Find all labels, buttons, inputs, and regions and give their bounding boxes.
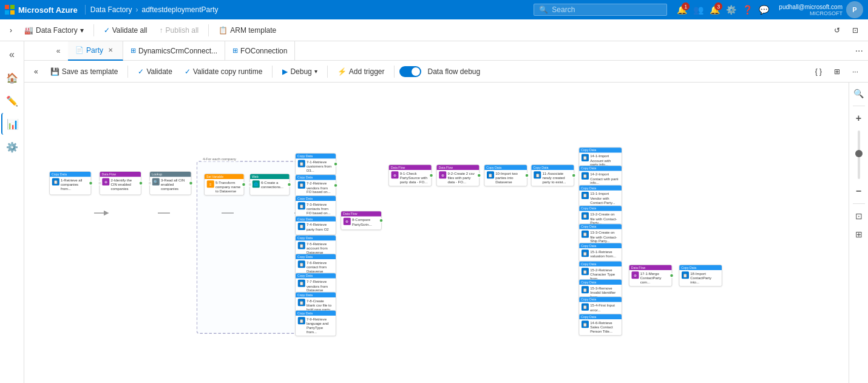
node-copy-7-6[interactable]: Copy Data 📋 7-6-Retrieve contact from Da… bbox=[295, 254, 336, 276]
canvas-inner: Copy Data 📋 1-Retrieve all companies fro… bbox=[24, 83, 849, 383]
node-icon: 📋 bbox=[581, 303, 589, 311]
collapse-panel-btn[interactable]: « bbox=[29, 65, 43, 78]
node-retrieve-companies[interactable]: Copy Data 📋 1-Retrieve all companies fro… bbox=[49, 171, 91, 195]
node-transform[interactable]: Set Variable ≡ 5-Transform company name … bbox=[204, 174, 244, 195]
node-check-party[interactable]: Data Flow ⊕ 9-1-Check PartySource with p… bbox=[388, 164, 432, 186]
breadcrumb-datafactory[interactable]: Data Factory bbox=[90, 5, 132, 14]
zoom-in-btn[interactable]: + bbox=[850, 110, 867, 127]
sidebar-home[interactable]: 🏠 bbox=[1, 67, 23, 89]
node-icon: 📋 bbox=[581, 212, 589, 220]
code-btn[interactable]: { } bbox=[810, 65, 827, 78]
debug-btn[interactable]: ▶ Debug ▾ bbox=[277, 65, 322, 78]
zoom-slider[interactable] bbox=[858, 130, 860, 179]
node-create-csv[interactable]: Data Flow ⊕ 9-2-Create 2 csv files with … bbox=[436, 164, 480, 186]
pipeline-canvas[interactable]: Copy Data 📋 1-Retrieve all companies fro… bbox=[24, 83, 849, 383]
node-create-conn[interactable]: Web 🌐 6-Create a connections... bbox=[249, 174, 290, 195]
sidebar-toggle[interactable]: « bbox=[1, 44, 23, 66]
node-icon: ⊕ bbox=[102, 178, 109, 186]
debug-dropdown[interactable]: ▾ bbox=[314, 68, 317, 75]
node-imp-vendor1[interactable]: Copy Data 📋 13-1-Import Vendor with Cont… bbox=[579, 185, 622, 207]
tab-party[interactable]: 📄 Party ✕ bbox=[68, 41, 123, 61]
breadcrumb-pipeline[interactable]: adftestdeploymentParty bbox=[141, 5, 218, 14]
dataflow-debug-toggle[interactable] bbox=[399, 66, 421, 77]
user-menu[interactable]: pudhall@microsoft.com MICROSOFT P bbox=[779, 1, 863, 18]
node-icon: 📋 bbox=[298, 223, 305, 230]
node-copy-7-9[interactable]: Copy Data 📋 7-9-Retrieve language and Pa… bbox=[295, 310, 336, 336]
node-label: 6-Create a connections... bbox=[261, 180, 287, 189]
node-import-parties[interactable]: Copy Data 📋 10-Import two parties into D… bbox=[484, 164, 527, 186]
node-associate-party[interactable]: Copy Data 📋 11-Associate newly created p… bbox=[531, 164, 574, 186]
node-import-contact[interactable]: Copy Data 📋 14-2-Import Contact with par… bbox=[579, 166, 622, 188]
sidebar-author[interactable]: ✏️ bbox=[1, 90, 23, 112]
pipeline-more-btn[interactable]: ··· bbox=[847, 65, 863, 78]
node-merge[interactable]: Data Flow ⊕ 17-1-Merge ContactParty com.… bbox=[629, 265, 672, 286]
toolbar-datafactory-btn[interactable]: 🏭 Data Factory ▾ bbox=[19, 24, 89, 37]
user-avatar[interactable]: P bbox=[846, 1, 863, 18]
params-btn[interactable]: ⊞ bbox=[829, 65, 845, 78]
tab-party-close[interactable]: ✕ bbox=[106, 46, 115, 55]
toolbar-collapse-btn[interactable]: › bbox=[5, 24, 17, 37]
validate-btn[interactable]: ✓ Validate bbox=[133, 65, 177, 78]
tab-expand-btn[interactable]: « bbox=[49, 41, 68, 61]
node-label: 7-1-Retrieve customers from D3... bbox=[307, 160, 333, 174]
node-copy-7-4[interactable]: Copy Data 📋 7-4-Retrieve party from O2 bbox=[295, 216, 336, 236]
toolbar-sep-1 bbox=[93, 24, 94, 36]
help-icon[interactable]: ❓ bbox=[742, 5, 753, 15]
publish-all-btn[interactable]: ↑ Publish all bbox=[155, 24, 204, 37]
svg-rect-3 bbox=[10, 10, 15, 15]
tab-dynamics[interactable]: ⊞ DynamicsCrmConnect... bbox=[123, 41, 225, 61]
node-sales-contact[interactable]: Copy Data 📋 14-6-Retrieve Sales Contact … bbox=[579, 314, 622, 336]
tab-more-btn[interactable]: ··· bbox=[850, 46, 868, 56]
node-copy-7-7[interactable]: Copy Data 📋 7-7-Retrieve vendors from Da… bbox=[295, 273, 336, 295]
chevron-icon: › bbox=[10, 26, 12, 35]
node-copy-7-3[interactable]: Copy Data 📋 7-3-Retrieve contacts from F… bbox=[295, 195, 336, 217]
sidebar-manage[interactable]: ⚙️ bbox=[1, 136, 23, 158]
search-box[interactable]: 🔍 bbox=[534, 4, 667, 16]
node-icon: 📋 bbox=[298, 280, 305, 287]
node-header: Data Flow bbox=[100, 172, 141, 177]
node-retrieve-val[interactable]: Copy Data 📋 15-1-Retrieve valuation from… bbox=[579, 243, 622, 262]
node-identify-cin[interactable]: Data Flow ⊕ 2-Identify the CIN enabled c… bbox=[100, 171, 141, 195]
node-compare[interactable]: Data Flow ⊕ 8-Compare PartyScrin... bbox=[341, 211, 382, 231]
save-template-btn[interactable]: 💾 Save as template bbox=[46, 65, 123, 78]
more-btn[interactable]: ⊡ bbox=[847, 24, 863, 37]
connector-left bbox=[147, 181, 152, 186]
node-icon: 📋 bbox=[581, 154, 589, 161]
node-body: 📋 13-1-Import Vendor with Contact-Party.… bbox=[579, 191, 622, 206]
node-icon: 📋 bbox=[487, 171, 494, 178]
node-first-input[interactable]: Copy Data 📋 15-4-First Input error... bbox=[579, 297, 622, 316]
arm-template-btn[interactable]: 📋 ARM template bbox=[214, 24, 281, 37]
fit-view-btn[interactable]: ⊡ bbox=[850, 208, 867, 225]
validate-copy-icon: ✓ bbox=[185, 67, 191, 76]
node-lookup[interactable]: Lookup 🔍 3-Read all CIN enabled companie… bbox=[149, 171, 191, 195]
node-label: 7-2-Retrieve vendors from FO based on... bbox=[307, 181, 333, 195]
node-copy-7-2[interactable]: Copy Data 📋 7-2-Retrieve vendors from FO… bbox=[295, 175, 336, 197]
node-copy-7-1[interactable]: Copy Data 📋 7-1-Retrieve customers from … bbox=[295, 153, 336, 175]
people-icon[interactable]: 👥 bbox=[693, 5, 704, 15]
tab-foconnection[interactable]: ⊞ FOConnection bbox=[225, 41, 295, 61]
connector-right bbox=[572, 173, 577, 178]
node-body: 📋 7-9-Retrieve language and PartyType fr… bbox=[296, 316, 336, 336]
refresh-btn[interactable]: ↺ bbox=[829, 24, 845, 37]
notifications-icon[interactable]: 🔔 1 bbox=[677, 5, 687, 15]
search-input[interactable] bbox=[552, 5, 662, 14]
fullscreen-btn[interactable]: ⊞ bbox=[850, 226, 867, 243]
node-import-contactparty[interactable]: Copy Data 📋 18-Import ContactParty into.… bbox=[679, 265, 722, 286]
add-trigger-btn[interactable]: ⚡ Add trigger bbox=[333, 65, 390, 78]
validate-copy-btn[interactable]: ✓ Validate copy runtime bbox=[180, 65, 268, 78]
node-header: Copy Data bbox=[579, 314, 622, 319]
node-label: 14-6-Retrieve Sales Contact Person Title… bbox=[590, 320, 619, 334]
publish-all-label: Publish all bbox=[166, 26, 199, 35]
feedback-icon[interactable]: 💬 bbox=[759, 5, 769, 15]
app-logo[interactable]: Microsoft Azure bbox=[5, 5, 86, 15]
more-icon: ⊡ bbox=[852, 26, 858, 35]
validate-all-btn[interactable]: ✓ Validate all bbox=[99, 24, 152, 37]
alerts-icon[interactable]: 🔔 3 bbox=[710, 5, 720, 15]
sidebar-monitor[interactable]: 📊 bbox=[1, 113, 23, 135]
zoom-search-btn[interactable]: 🔍 bbox=[850, 85, 867, 102]
zoom-out-btn[interactable]: − bbox=[850, 183, 867, 200]
node-header: Copy Data bbox=[579, 166, 622, 171]
node-header: Copy Data bbox=[579, 186, 622, 191]
node-header: Copy Data bbox=[579, 206, 622, 211]
settings-icon[interactable]: ⚙️ bbox=[726, 5, 736, 15]
